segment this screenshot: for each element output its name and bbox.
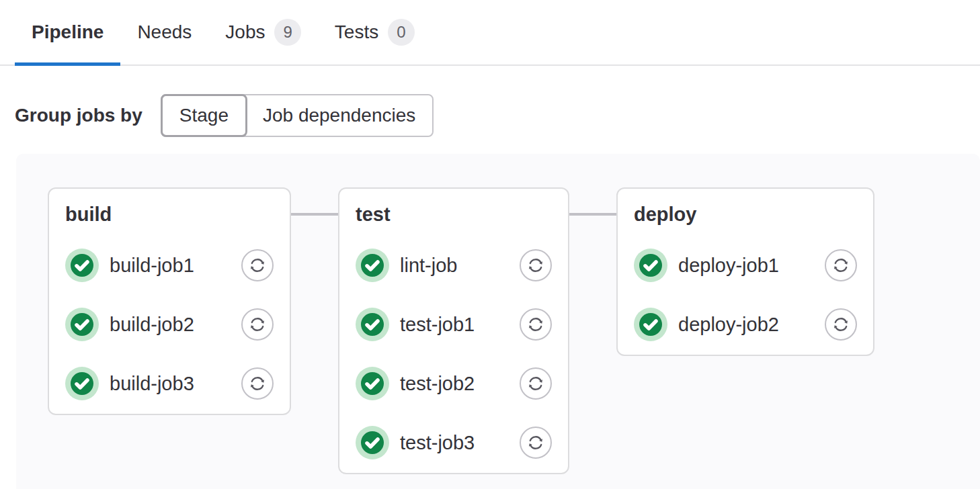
job-name-link[interactable]: lint-job xyxy=(400,255,520,277)
pipeline-tabs: Pipeline Needs Jobs 9 Tests 0 xyxy=(0,0,980,66)
stage-connector-line xyxy=(569,213,616,216)
job-name-link[interactable]: build-job2 xyxy=(110,314,241,336)
job-row: test-job1 xyxy=(356,308,552,341)
tab[interactable]: Needs xyxy=(120,0,208,64)
status-success-check-icon xyxy=(356,308,389,341)
retry-icon xyxy=(526,374,545,393)
status-success-check-icon xyxy=(356,367,389,400)
retry-icon xyxy=(831,315,850,334)
retry-job-button[interactable] xyxy=(520,308,552,341)
retry-job-button[interactable] xyxy=(825,308,857,341)
tab[interactable]: Pipeline xyxy=(15,0,120,64)
job-row: deploy-job2 xyxy=(634,308,857,341)
job-name-link[interactable]: test-job3 xyxy=(400,432,520,454)
retry-job-button[interactable] xyxy=(241,308,274,341)
job-name-link[interactable]: build-job3 xyxy=(110,373,241,395)
group-jobs-by-toggle: Stage Job dependencies xyxy=(161,94,434,137)
stage-title: test xyxy=(356,204,552,225)
job-list: build-job1 build-job2 xyxy=(65,249,274,400)
stage-card: test lint-job xyxy=(338,187,569,474)
group-jobs-by-label: Group jobs by xyxy=(15,105,142,126)
stage-card: deploy deploy-job1 xyxy=(616,187,874,356)
stages-row: build build-job1 xyxy=(48,187,980,474)
tab-count-badge: 0 xyxy=(388,19,414,46)
job-name-link[interactable]: test-job1 xyxy=(400,314,520,336)
retry-icon xyxy=(526,256,545,275)
status-success-check-icon xyxy=(65,249,99,282)
job-row: build-job1 xyxy=(65,249,274,282)
retry-job-button[interactable] xyxy=(241,367,274,400)
retry-job-button[interactable] xyxy=(520,249,552,281)
stage-title: build xyxy=(65,204,274,225)
tab[interactable]: Jobs 9 xyxy=(208,0,318,64)
status-success-check-icon xyxy=(65,308,99,341)
job-row: test-job3 xyxy=(356,426,552,459)
status-success-check-icon xyxy=(634,249,667,282)
retry-job-button[interactable] xyxy=(825,249,857,281)
status-success-check-icon xyxy=(65,367,99,400)
job-list: deploy-job1 deploy-job2 xyxy=(634,249,857,341)
status-success-check-icon xyxy=(356,249,389,282)
pipeline-graph-panel: build build-job1 xyxy=(16,154,980,489)
retry-job-button[interactable] xyxy=(520,427,552,459)
job-row: test-job2 xyxy=(356,367,552,400)
job-name-link[interactable]: deploy-job2 xyxy=(678,314,825,336)
tab-label: Jobs xyxy=(225,21,265,43)
status-success-check-icon xyxy=(356,426,389,459)
stage-card: build build-job1 xyxy=(48,187,291,415)
tab[interactable]: Tests 0 xyxy=(318,0,432,64)
retry-icon xyxy=(526,433,545,452)
group-option-button[interactable]: Stage xyxy=(161,94,247,137)
status-success-check-icon xyxy=(634,308,667,341)
retry-icon xyxy=(526,315,545,334)
job-row: deploy-job1 xyxy=(634,249,857,282)
retry-icon xyxy=(248,374,267,393)
job-name-link[interactable]: test-job2 xyxy=(400,373,520,395)
job-list: lint-job test-job1 xyxy=(356,249,552,459)
stage-title: deploy xyxy=(634,204,857,225)
retry-icon xyxy=(248,256,267,275)
retry-icon xyxy=(248,315,267,334)
tab-count-badge: 9 xyxy=(274,19,300,46)
job-row: build-job3 xyxy=(65,367,274,400)
job-name-link[interactable]: build-job1 xyxy=(110,255,241,277)
job-name-link[interactable]: deploy-job1 xyxy=(678,255,825,277)
group-option-button[interactable]: Job dependencies xyxy=(246,95,432,136)
tab-label: Tests xyxy=(335,21,378,43)
retry-job-button[interactable] xyxy=(241,249,274,281)
tab-label: Needs xyxy=(137,21,192,43)
stage-connector-line xyxy=(291,213,338,216)
job-row: build-job2 xyxy=(65,308,274,341)
group-jobs-by-row: Group jobs by Stage Job dependencies xyxy=(15,94,980,137)
tab-label: Pipeline xyxy=(32,21,104,43)
retry-job-button[interactable] xyxy=(520,367,552,400)
job-row: lint-job xyxy=(356,249,552,282)
retry-icon xyxy=(831,256,850,275)
